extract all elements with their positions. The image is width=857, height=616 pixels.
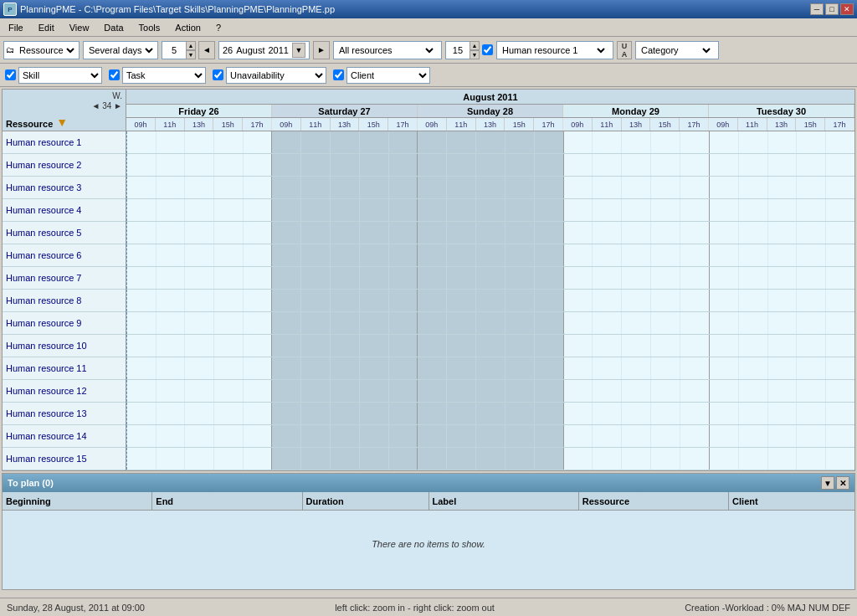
hour-cell: 15h bbox=[359, 118, 388, 131]
table-row[interactable] bbox=[126, 131, 854, 154]
client-dropdown[interactable]: Client bbox=[346, 67, 430, 84]
table-row[interactable] bbox=[126, 244, 854, 267]
unavailability-checkbox[interactable] bbox=[213, 69, 223, 80]
table-row[interactable] bbox=[126, 403, 854, 425]
list-item[interactable]: Human resource 3 bbox=[3, 177, 126, 199]
grid-hour-cell bbox=[214, 154, 244, 176]
close-button[interactable]: ✕ bbox=[840, 3, 854, 15]
zoom-spinner[interactable]: ▲ ▼ bbox=[470, 41, 480, 59]
grid-hour-cell bbox=[535, 357, 563, 379]
grid-hour-cell bbox=[535, 177, 563, 198]
menu-item-file[interactable]: File bbox=[2, 21, 30, 34]
list-item[interactable]: Human resource 1 bbox=[3, 131, 126, 154]
table-row[interactable] bbox=[126, 290, 854, 312]
category-select[interactable]: Category bbox=[635, 41, 719, 59]
period-dropdown[interactable]: Several days bbox=[85, 42, 156, 59]
table-row[interactable] bbox=[126, 425, 854, 448]
menu-item-data[interactable]: Data bbox=[97, 21, 130, 34]
list-item[interactable]: Human resource 9 bbox=[3, 312, 126, 335]
table-row[interactable] bbox=[126, 267, 854, 290]
skill-checkbox[interactable] bbox=[5, 69, 16, 80]
nav-next-button[interactable]: ► bbox=[313, 41, 330, 59]
toplan-minimize-button[interactable]: ▼ bbox=[821, 476, 834, 490]
zoom-down[interactable]: ▼ bbox=[470, 50, 480, 59]
grid-hour-cell bbox=[389, 222, 418, 244]
task-checkbox[interactable] bbox=[109, 69, 120, 80]
grid-hour-cell bbox=[593, 380, 622, 402]
category-dropdown[interactable]: Category bbox=[638, 42, 713, 59]
menu-item-edit[interactable]: Edit bbox=[32, 21, 61, 34]
list-item[interactable]: Human resource 13 bbox=[3, 403, 126, 425]
list-item[interactable]: Human resource 4 bbox=[3, 199, 126, 222]
period-num-down[interactable]: ▼ bbox=[186, 50, 196, 59]
date-day: 26 bbox=[223, 45, 233, 55]
hr-checkbox[interactable] bbox=[482, 44, 493, 55]
list-item[interactable]: Human resource 7 bbox=[3, 267, 126, 290]
all-resources-dropdown[interactable]: All resources bbox=[336, 42, 436, 59]
hour-cell: 17h bbox=[388, 118, 418, 131]
list-item[interactable]: Human resource 11 bbox=[3, 357, 126, 380]
list-item[interactable]: Human resource 2 bbox=[3, 154, 126, 177]
table-row[interactable] bbox=[126, 380, 854, 403]
toplan-close-button[interactable]: ✕ bbox=[836, 476, 849, 490]
grid-hour-cell bbox=[505, 222, 535, 244]
table-row[interactable] bbox=[126, 199, 854, 222]
menu-item-action[interactable]: Action bbox=[168, 21, 208, 34]
zoom-field[interactable] bbox=[446, 45, 470, 55]
resource-select[interactable]: 🗂 Ressource bbox=[3, 41, 80, 59]
grid-hour-cell bbox=[476, 177, 505, 198]
list-item[interactable]: Human resource 5 bbox=[3, 222, 126, 244]
grid-hour-cell bbox=[797, 154, 826, 176]
list-item[interactable]: Human resource 12 bbox=[3, 380, 126, 403]
task-dropdown[interactable]: Task bbox=[122, 67, 206, 84]
menu-item-?[interactable]: ? bbox=[209, 21, 228, 34]
menu-item-view[interactable]: View bbox=[63, 21, 96, 34]
minimize-button[interactable]: ─ bbox=[810, 3, 824, 15]
period-num-up[interactable]: ▲ bbox=[186, 41, 196, 50]
skill-dropdown[interactable]: Skill bbox=[18, 67, 102, 84]
period-num-field[interactable] bbox=[162, 45, 186, 55]
period-select[interactable]: Several days bbox=[83, 41, 158, 59]
grid-hour-cell bbox=[826, 131, 854, 153]
grid-hour-cell bbox=[389, 154, 418, 176]
zoom-up[interactable]: ▲ bbox=[470, 41, 480, 50]
period-num-input[interactable]: ▲ ▼ bbox=[162, 41, 195, 59]
zoom-input[interactable]: ▲ ▼ bbox=[445, 41, 479, 59]
grid-hour-cell bbox=[826, 222, 854, 244]
list-item[interactable]: Human resource 10 bbox=[3, 335, 126, 357]
human-resource-dropdown[interactable]: Human resource 1 Human resource 2 bbox=[499, 42, 608, 59]
table-row[interactable] bbox=[126, 357, 854, 380]
period-num-spinner[interactable]: ▲ ▼ bbox=[186, 41, 196, 59]
client-checkbox[interactable] bbox=[333, 69, 344, 80]
resource-dropdown[interactable]: Ressource bbox=[16, 42, 77, 59]
list-item[interactable]: Human resource 15 bbox=[3, 448, 126, 470]
unavailability-dropdown[interactable]: Unavailability bbox=[226, 67, 326, 84]
human-resource-select[interactable]: Human resource 1 Human resource 2 bbox=[496, 41, 613, 59]
date-calendar-button[interactable]: ▼ bbox=[292, 43, 305, 58]
filter-funnel-icon[interactable]: ▼ bbox=[56, 116, 68, 129]
menu-item-tools[interactable]: Tools bbox=[132, 21, 167, 34]
toplan-panel: To plan (0) ▼ ✕ Beginning End Duration L… bbox=[2, 473, 855, 590]
table-row[interactable] bbox=[126, 154, 854, 177]
table-row[interactable] bbox=[126, 335, 854, 357]
list-item[interactable]: Human resource 6 bbox=[3, 244, 126, 267]
day-header-friday: Friday 26 bbox=[126, 105, 272, 117]
hour-header-row: 09h 11h 13h 15h 17h 09h 11h 13h 15h 17h … bbox=[126, 118, 854, 131]
grid-hour-cell bbox=[622, 425, 651, 447]
maximize-button[interactable]: □ bbox=[825, 3, 839, 15]
table-row[interactable] bbox=[126, 312, 854, 335]
grid-hour-cell bbox=[797, 312, 826, 334]
grid-hour-cell bbox=[651, 267, 680, 289]
list-item[interactable]: Human resource 14 bbox=[3, 425, 126, 448]
grid-hour-cell bbox=[564, 448, 593, 470]
grid-hour-cell bbox=[505, 448, 535, 470]
ua-button[interactable]: U A bbox=[617, 41, 632, 59]
all-resources-select[interactable]: All resources bbox=[333, 41, 442, 59]
table-row[interactable] bbox=[126, 177, 854, 199]
toolbar: 🗂 Ressource Several days ▲ ▼ ◄ 26 August… bbox=[0, 37, 857, 64]
table-row[interactable] bbox=[126, 448, 854, 470]
grid-hour-cell bbox=[826, 357, 854, 379]
table-row[interactable] bbox=[126, 222, 854, 244]
list-item[interactable]: Human resource 8 bbox=[3, 290, 126, 312]
nav-prev-button[interactable]: ◄ bbox=[198, 41, 215, 59]
